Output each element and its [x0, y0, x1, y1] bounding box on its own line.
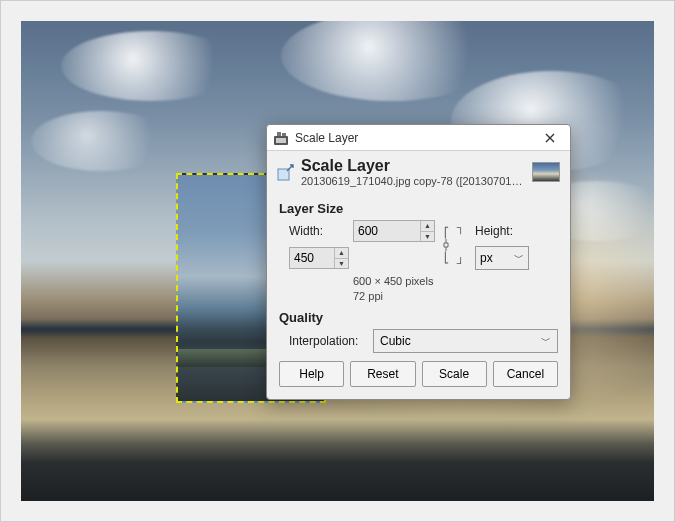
svg-rect-2 — [277, 132, 281, 136]
dialog-title: Scale Layer — [301, 157, 526, 175]
layer-size-heading: Layer Size — [279, 201, 558, 216]
dialog-subtitle: 20130619_171040.jpg copy-78 ([20130701_.… — [301, 175, 526, 187]
width-label: Width: — [289, 224, 349, 238]
height-input[interactable]: ▲ ▼ — [289, 247, 349, 269]
chevron-down-icon: ﹀ — [541, 334, 551, 348]
cancel-button[interactable]: Cancel — [493, 361, 558, 387]
close-button[interactable] — [534, 128, 566, 148]
width-input[interactable]: ▲ ▼ — [353, 220, 435, 242]
interpolation-dropdown[interactable]: Cubic ﹀ — [373, 329, 558, 353]
width-step-down[interactable]: ▼ — [421, 232, 434, 242]
chevron-down-icon: ﹀ — [514, 251, 524, 265]
dimension-bracket: ┐┘ — [457, 221, 471, 269]
svg-rect-1 — [276, 138, 286, 143]
reset-button[interactable]: Reset — [350, 361, 415, 387]
unit-value: px — [480, 251, 493, 265]
height-step-down[interactable]: ▼ — [335, 259, 348, 269]
interpolation-label: Interpolation: — [289, 334, 367, 348]
close-icon — [545, 133, 555, 143]
chain-link-icon[interactable]: ⎡ ⎣ — [439, 221, 453, 269]
scale-icon — [277, 163, 295, 181]
scale-button[interactable]: Scale — [422, 361, 487, 387]
width-field[interactable] — [354, 221, 420, 241]
help-button[interactable]: Help — [279, 361, 344, 387]
width-step-up[interactable]: ▲ — [421, 221, 434, 232]
svg-rect-3 — [282, 133, 286, 136]
pixel-dimensions: 600 × 450 pixels — [353, 274, 558, 289]
quality-heading: Quality — [279, 310, 558, 325]
resolution-ppi: 72 ppi — [353, 289, 558, 304]
height-step-up[interactable]: ▲ — [335, 248, 348, 259]
titlebar[interactable]: Scale Layer — [267, 125, 570, 151]
scale-layer-dialog: Scale Layer Scale Layer 20130619_171040.… — [266, 124, 571, 400]
dialog-header: Scale Layer 20130619_171040.jpg copy-78 … — [267, 151, 570, 189]
height-label: Height: — [475, 224, 535, 238]
window-title: Scale Layer — [295, 131, 534, 145]
unit-dropdown[interactable]: px ﹀ — [475, 246, 529, 270]
interpolation-value: Cubic — [380, 334, 411, 348]
height-field[interactable] — [290, 248, 334, 268]
layer-thumbnail — [532, 162, 560, 182]
app-icon — [273, 130, 289, 146]
